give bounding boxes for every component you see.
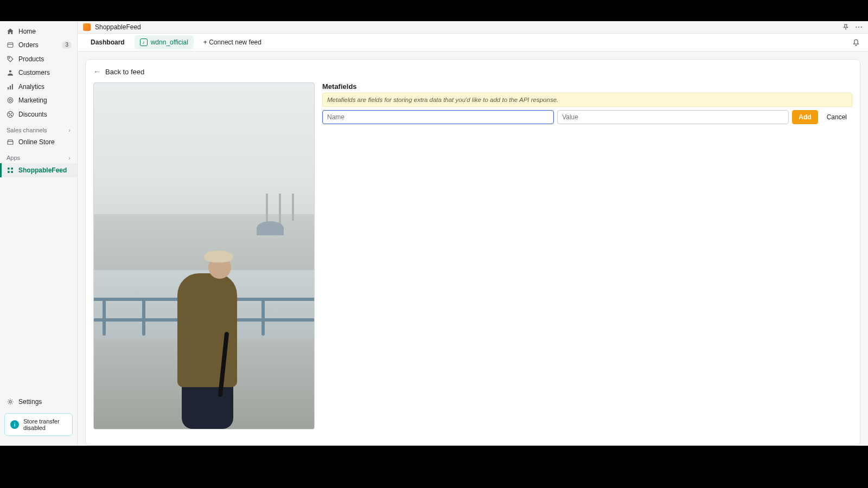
app-name: ShoppableFeed	[95, 23, 141, 31]
app-frame: Home Orders 3 Products Customers Analyti…	[0, 21, 868, 446]
nav-customers[interactable]: Customers	[0, 66, 77, 80]
back-to-feed-link[interactable]: ← Back to feed	[93, 67, 852, 76]
svg-rect-0	[8, 43, 13, 47]
bell-icon[interactable]	[852, 38, 860, 47]
home-icon	[7, 28, 14, 35]
tab-label: + Connect new feed	[203, 38, 261, 46]
svg-point-6	[8, 98, 13, 103]
nav-home[interactable]: Home	[0, 24, 77, 38]
app-grid-icon	[7, 166, 14, 174]
metafields-help: Metafields are fields for storing extra …	[322, 93, 852, 107]
analytics-icon	[7, 83, 14, 91]
cancel-button[interactable]: Cancel	[821, 110, 852, 124]
svg-rect-4	[10, 86, 11, 89]
percent-icon	[7, 111, 14, 118]
pin-icon[interactable]	[842, 23, 850, 31]
svg-point-1	[9, 57, 10, 59]
svg-point-9	[9, 113, 9, 113]
gear-icon	[7, 398, 14, 406]
primary-nav: Home Orders 3 Products Customers Analyti…	[0, 21, 77, 177]
main-column: ShoppableFeed Dashboard ♪ wdnn_official …	[78, 21, 868, 446]
tab-connect-new-feed[interactable]: + Connect new feed	[198, 35, 267, 49]
nav-products[interactable]: Products	[0, 52, 77, 66]
info-icon: i	[10, 420, 19, 429]
letterbox-bottom	[0, 446, 868, 488]
tab-label: wdnn_official	[151, 38, 188, 46]
tabs-right	[852, 38, 860, 47]
more-icon[interactable]	[855, 23, 863, 31]
nav-label: Marketing	[18, 97, 72, 104]
nav-label: Analytics	[18, 83, 72, 91]
media-preview[interactable]	[93, 82, 315, 429]
app-header: ShoppableFeed	[78, 21, 868, 33]
target-icon	[7, 97, 14, 104]
letterbox-top	[0, 0, 868, 21]
store-transfer-notice[interactable]: i Store transfer disabled	[4, 413, 73, 436]
metafield-name-input[interactable]	[322, 110, 554, 124]
media-scene	[94, 83, 314, 429]
section-sales-channels[interactable]: Sales channels ›	[0, 121, 77, 136]
section-label: Sales channels	[7, 127, 47, 133]
back-label: Back to feed	[105, 68, 144, 76]
svg-rect-13	[8, 171, 10, 173]
svg-rect-3	[8, 87, 9, 89]
store-icon	[7, 138, 14, 146]
app-logo-icon	[83, 23, 91, 31]
orders-icon	[7, 41, 14, 49]
nav-label: Orders	[18, 41, 58, 49]
nav-app-shoppablefeed[interactable]: ShoppableFeed	[0, 163, 77, 177]
app-header-actions	[842, 23, 863, 31]
tabs-row: Dashboard ♪ wdnn_official + Connect new …	[78, 33, 868, 52]
nav-marketing[interactable]: Marketing	[0, 94, 77, 108]
nav-online-store[interactable]: Online Store	[0, 136, 77, 150]
nav-label: ShoppableFeed	[18, 166, 72, 174]
svg-rect-5	[12, 84, 13, 89]
content-card: ← Back to feed	[85, 59, 860, 446]
tab-dashboard[interactable]: Dashboard	[85, 35, 130, 49]
nav-label: Customers	[18, 69, 72, 76]
two-column-layout: Metafields Metafields are fields for sto…	[93, 82, 852, 445]
metafield-value-input[interactable]	[557, 110, 789, 124]
section-apps[interactable]: Apps ›	[0, 149, 77, 163]
section-label: Apps	[7, 155, 20, 161]
nav-label: Online Store	[18, 138, 72, 146]
svg-point-10	[11, 115, 11, 115]
nav-label: Products	[18, 55, 72, 63]
notice-text: Store transfer disabled	[23, 418, 67, 431]
svg-point-7	[9, 99, 11, 101]
chevron-right-icon: ›	[68, 155, 71, 161]
nav-label: Home	[18, 28, 72, 35]
sidebar-bottom: Settings i Store transfer disabled	[0, 395, 77, 446]
svg-rect-12	[11, 168, 13, 170]
nav-label: Discounts	[18, 111, 72, 118]
nav-settings[interactable]: Settings	[0, 395, 77, 409]
svg-point-15	[9, 401, 11, 403]
content-area: ← Back to feed	[78, 52, 868, 446]
person-icon	[7, 69, 14, 76]
tab-feed[interactable]: ♪ wdnn_official	[135, 35, 194, 49]
arrow-left-icon: ←	[93, 67, 101, 76]
tab-label: Dashboard	[91, 38, 125, 46]
svg-rect-11	[8, 168, 10, 170]
tiktok-icon: ♪	[140, 38, 148, 46]
orders-badge: 3	[62, 41, 72, 49]
tag-icon	[7, 55, 14, 63]
svg-rect-14	[11, 171, 13, 173]
nav-orders[interactable]: Orders 3	[0, 38, 77, 53]
sidebar: Home Orders 3 Products Customers Analyti…	[0, 21, 78, 446]
chevron-right-icon: ›	[68, 127, 71, 133]
add-button[interactable]: Add	[792, 110, 818, 124]
nav-discounts[interactable]: Discounts	[0, 107, 77, 121]
metafields-form: Add Cancel	[322, 110, 852, 124]
nav-analytics[interactable]: Analytics	[0, 80, 77, 94]
media-column	[93, 82, 315, 445]
svg-point-2	[9, 70, 11, 73]
metafields-title: Metafields	[322, 82, 852, 91]
metafields-column: Metafields Metafields are fields for sto…	[322, 82, 852, 445]
settings-label: Settings	[18, 398, 42, 406]
